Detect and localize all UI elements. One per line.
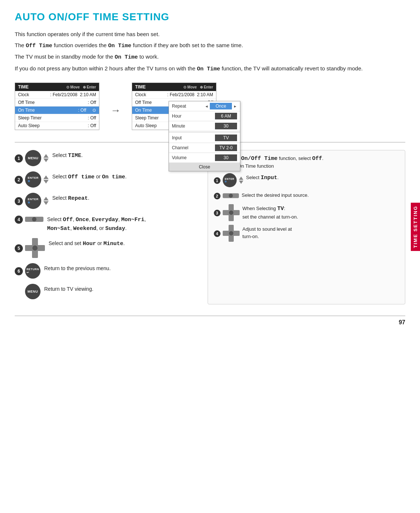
step-5: 5 Select and set Hour or Minute. xyxy=(15,238,200,258)
full-dpad-sub3[interactable] xyxy=(223,204,240,221)
panel1-row-clock: Clock : Feb/21/2008 2:10 AM xyxy=(15,91,99,99)
full-dpad-sub4[interactable] xyxy=(223,225,240,242)
popup-minute-value: 30 xyxy=(215,123,237,129)
substep1-dpad xyxy=(239,177,243,184)
step6-content: Return to the previous menu. xyxy=(44,263,200,272)
substep2-icon: 2 xyxy=(214,191,239,200)
page-number: 97 xyxy=(399,319,405,326)
panel1-move: ⊙ Move xyxy=(66,85,80,89)
panel1-header: TIME ⊙ Move ⊕ Enter xyxy=(15,83,99,91)
step2-dpad xyxy=(43,175,49,184)
sub-down-icon xyxy=(239,181,243,184)
steps-section: 1 MENU Select TIME. xyxy=(15,150,405,304)
step2-number: 2 xyxy=(15,176,23,184)
popup-right-arrow: ► xyxy=(233,104,237,108)
step4-icon-group: 4 xyxy=(15,214,43,224)
bullet-list: To cancel On/Off Time function, select O… xyxy=(214,156,399,169)
step4-content: Select Off, Once, Everyday, Mon~Fri, Mon… xyxy=(47,214,200,233)
up-arrow-3-icon xyxy=(43,197,49,200)
step3-icon-group: 3 ENTER⊕ xyxy=(15,193,49,209)
substep1-content: Select Input. xyxy=(246,173,399,182)
substep2-num: 2 xyxy=(214,193,220,199)
enter-button-2[interactable]: ENTER⊕ xyxy=(25,171,41,188)
left-steps: 1 MENU Select TIME. xyxy=(15,150,200,304)
panel1-title: TIME xyxy=(18,84,29,90)
sub-up-icon xyxy=(239,177,243,180)
step2-bold2: On time xyxy=(102,174,125,180)
step6-icon-group: 6 RETURN↩ xyxy=(15,263,40,279)
stepmenu-content: Return to TV viewing. xyxy=(44,284,200,293)
sub-step-2: 2 Select the desired input source. xyxy=(214,191,399,200)
step4-b1: Off xyxy=(63,217,73,223)
popup-minute-row: Minute 30 xyxy=(169,121,240,131)
step4-b6: Weekend xyxy=(73,226,96,232)
bullet-item-1: To cancel On/Off Time function, select O… xyxy=(214,156,399,162)
panel2-enter: ⊕ Enter xyxy=(200,85,213,89)
popup-input-value: TV xyxy=(215,135,237,141)
menu-button[interactable]: MENU xyxy=(25,150,41,166)
dpad-lr-center-4 xyxy=(32,217,36,221)
menu-label-2: MENU xyxy=(28,290,38,293)
step3-number: 3 xyxy=(15,197,23,205)
step5-content: Select and set Hour or Minute. xyxy=(49,238,200,248)
step4-b2: Once xyxy=(76,217,89,223)
right-steps: To cancel On/Off Time function, select O… xyxy=(208,150,406,304)
substep1-icon: 1 ENTER⊕ xyxy=(214,173,243,187)
return-button[interactable]: RETURN↩ xyxy=(25,263,40,279)
popup-repeat-value: Once xyxy=(210,103,232,109)
step4-b4: Mon~Fri xyxy=(121,217,144,223)
panel1-enter: ⊕ Enter xyxy=(83,85,96,89)
dpad-sub3-center xyxy=(229,210,233,215)
step2-icon-group: 2 ENTER⊕ xyxy=(15,171,49,188)
full-dpad-5[interactable] xyxy=(25,238,45,258)
bullet1-bold2: Off xyxy=(312,156,322,162)
panel1-row-autosleep: Auto Sleep : Off xyxy=(15,122,99,130)
enter-label-sub1: ENTER⊕ xyxy=(225,178,234,183)
lr-dpad-sub2[interactable] xyxy=(223,191,239,200)
substep3-bold: TV xyxy=(277,206,284,212)
menu-button-2[interactable]: MENU xyxy=(25,284,40,299)
enter-button-3[interactable]: ENTER⊕ xyxy=(25,193,41,209)
bullet-item-2: Only for On Time function xyxy=(214,163,399,169)
step4-b3: Everyday xyxy=(92,217,118,223)
panel1-row-offtime: Off Time : Off xyxy=(15,99,99,107)
substep2-content: Select the desired input source. xyxy=(242,191,399,199)
panel2-move: ⊙ Move xyxy=(183,85,197,89)
popup-channel-row: Channel TV 2-0 xyxy=(169,143,240,153)
page-title: AUTO ON/OFF TIME SETTING xyxy=(15,11,405,23)
substep1-bold: Input xyxy=(261,175,277,181)
step-2: 2 ENTER⊕ Select Off time or On time. xyxy=(15,171,200,188)
step-4: 4 Select Off, Once, Everyday, Mon~Fri, M… xyxy=(15,214,200,233)
step5-b1: Hour xyxy=(83,241,96,247)
popup-divider xyxy=(169,132,240,132)
step-6: 6 RETURN↩ Return to the previous menu. xyxy=(15,263,200,279)
lr-center-sub2 xyxy=(229,194,233,198)
time-panel-1: TIME ⊙ Move ⊕ Enter Clock : Feb/21/2008 … xyxy=(15,83,99,130)
step3-bold: Repeat xyxy=(68,195,88,202)
popup-channel-value: TV 2-0 xyxy=(215,144,237,151)
popup-menu: Repeat ◄ Once ► Hour 6 AM Minute 30 xyxy=(169,101,240,171)
step3-dpad xyxy=(43,197,49,205)
popup-hour-row: Hour 6 AM xyxy=(169,111,240,121)
popup-volume-value: 30 xyxy=(215,154,237,161)
popup-close-button[interactable]: Close xyxy=(169,163,240,171)
diagrams-row: TIME ⊙ Move ⊕ Enter Clock : Feb/21/2008 … xyxy=(15,83,405,130)
substep3-icon: 3 xyxy=(214,204,240,221)
substep1-num: 1 xyxy=(214,177,220,184)
panel2-row-clock: Clock : Feb/21/2008 2:10 AM xyxy=(132,91,216,99)
lr-dpad-4[interactable] xyxy=(25,214,43,224)
popup-volume-row: Volume 30 xyxy=(169,153,240,163)
substep3-content: When Selecting TV:set the channel at tur… xyxy=(243,204,399,220)
step5-b2: Minute xyxy=(103,241,123,247)
step1-bold: TIME xyxy=(68,153,81,159)
menu-label: MENU xyxy=(28,156,39,160)
enter-button-sub1[interactable]: ENTER⊕ xyxy=(223,173,237,187)
down-arrow-2-icon xyxy=(43,180,49,184)
enter-label-3: ENTER⊕ xyxy=(28,198,39,204)
step1-number: 1 xyxy=(15,154,23,163)
panel1-row-ontime: On Time : Off ⊙ xyxy=(15,107,99,114)
sub-step-3: 3 When Selecting TV:set the channel at t… xyxy=(214,204,399,221)
step-menu: MENU Return to TV viewing. xyxy=(15,284,200,299)
intro-block: This function operates only if the curre… xyxy=(15,29,405,74)
step3-content: Select Repeat. xyxy=(52,193,200,203)
